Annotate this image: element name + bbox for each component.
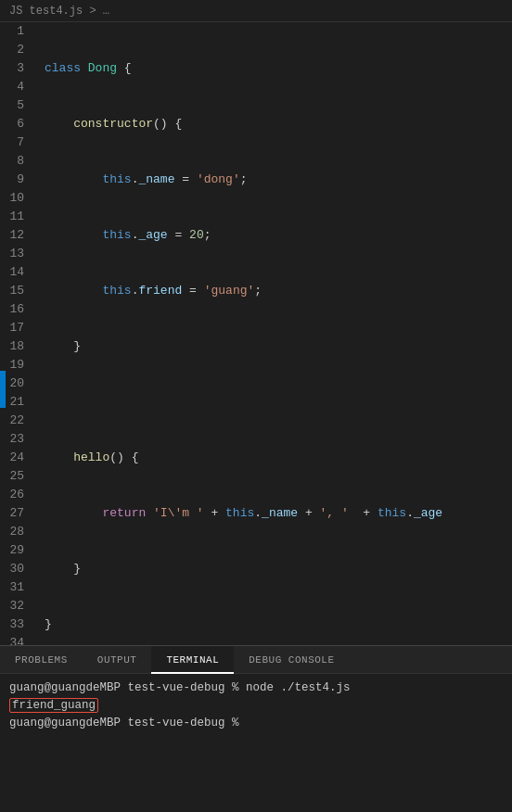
line-numbers: 12345 678910 1112131415 1617181920 21222… bbox=[0, 22, 41, 645]
left-gutter bbox=[0, 371, 6, 408]
terminal-content[interactable]: guang@guangdeMBP test-vue-debug % node .… bbox=[0, 674, 512, 812]
terminal-line-3: guang@guangdeMBP test-vue-debug % bbox=[9, 715, 503, 732]
tab-debug-console[interactable]: DEBUG CONSOLE bbox=[234, 646, 349, 674]
bottom-panel: PROBLEMS OUTPUT TERMINAL DEBUG CONSOLE g… bbox=[0, 645, 512, 812]
breadcrumb-bar: JS test4.js > … bbox=[0, 0, 512, 22]
tab-terminal[interactable]: TERMINAL bbox=[151, 646, 234, 674]
tab-output[interactable]: OUTPUT bbox=[83, 646, 152, 674]
code-content[interactable]: class Dong { constructor() { this._name … bbox=[41, 22, 512, 645]
terminal-line-1: guang@guangdeMBP test-vue-debug % node .… bbox=[9, 679, 503, 697]
terminal-prompt-2: guang@guangdeMBP test-vue-debug % bbox=[9, 717, 239, 730]
tab-problems[interactable]: PROBLEMS bbox=[0, 646, 83, 674]
panel-tabs: PROBLEMS OUTPUT TERMINAL DEBUG CONSOLE bbox=[0, 646, 512, 674]
terminal-line-2: friend_guang bbox=[9, 697, 503, 715]
terminal-prompt-1: guang@guangdeMBP test-vue-debug % node .… bbox=[9, 681, 351, 694]
terminal-result-outlined: friend_guang bbox=[9, 698, 98, 713]
breadcrumb-text: JS test4.js > … bbox=[9, 5, 109, 18]
code-editor: 12345 678910 1112131415 1617181920 21222… bbox=[0, 22, 512, 645]
